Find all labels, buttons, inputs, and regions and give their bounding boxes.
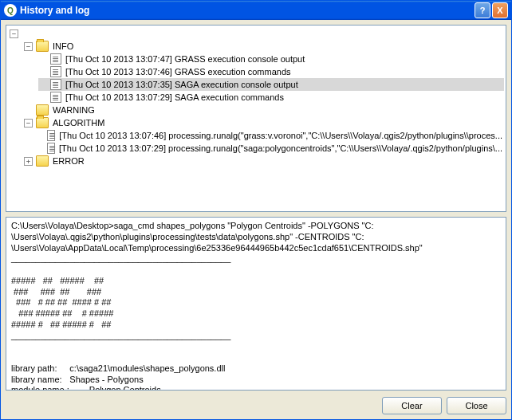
expander-algorithm[interactable]: −: [24, 119, 33, 128]
console-output-panel[interactable]: C:\Users\Volaya\Desktop>saga_cmd shapes_…: [6, 217, 506, 391]
tree-node-info[interactable]: INFO: [51, 40, 75, 53]
log-entry[interactable]: [Thu Oct 10 2013 13:07:46] GRASS executi…: [64, 65, 293, 78]
folder-icon: [36, 41, 49, 52]
log-icon: [50, 66, 61, 77]
log-icon: [50, 92, 61, 103]
expander-spacer: -: [38, 144, 44, 153]
history-tree-panel: − − INFO -: [6, 25, 506, 212]
folder-icon: [36, 117, 49, 128]
log-entry[interactable]: [Thu Oct 10 2013 13:07:29] processing.ru…: [57, 142, 504, 155]
close-button[interactable]: Close: [447, 397, 506, 414]
window-close-button[interactable]: X: [492, 2, 508, 18]
app-icon: Q: [4, 4, 17, 17]
tree-node-algorithm[interactable]: ALGORITHM: [51, 116, 106, 129]
log-entry-selected[interactable]: [Thu Oct 10 2013 13:07:35] SAGA executio…: [64, 78, 300, 91]
expander-spacer: -: [38, 55, 47, 64]
expander-root[interactable]: −: [10, 29, 18, 38]
log-icon: [50, 53, 61, 65]
expander-spacer: -: [38, 80, 47, 89]
log-entry[interactable]: [Thu Oct 10 2013 13:07:29] SAGA executio…: [64, 91, 286, 104]
log-icon: [47, 130, 55, 141]
log-icon: [47, 143, 55, 154]
titlebar: Q History and log ? X: [1, 1, 511, 20]
tree-node-warning[interactable]: WARNING: [51, 104, 96, 116]
history-log-window: Q History and log ? X − −: [0, 0, 512, 420]
log-entry[interactable]: [Thu Oct 10 2013 13:07:47] GRASS executi…: [64, 53, 306, 65]
folder-icon: [36, 155, 49, 167]
help-button[interactable]: ?: [475, 2, 490, 18]
content-area: − − INFO -: [1, 20, 511, 419]
expander-spacer: -: [38, 131, 44, 140]
expander-spacer: -: [24, 106, 33, 115]
expander-error[interactable]: +: [24, 157, 33, 166]
button-row: Clear Close: [6, 395, 506, 414]
expander-info[interactable]: −: [24, 42, 33, 51]
clear-button[interactable]: Clear: [382, 397, 442, 414]
expander-spacer: -: [38, 68, 47, 77]
tree-node-error[interactable]: ERROR: [51, 155, 86, 167]
log-entry[interactable]: [Thu Oct 10 2013 13:07:46] processing.ru…: [57, 129, 504, 142]
folder-icon: [36, 104, 49, 116]
log-icon: [50, 79, 61, 90]
window-title: History and log: [20, 5, 473, 16]
expander-spacer: -: [38, 93, 47, 102]
history-tree[interactable]: − − INFO -: [8, 27, 504, 167]
